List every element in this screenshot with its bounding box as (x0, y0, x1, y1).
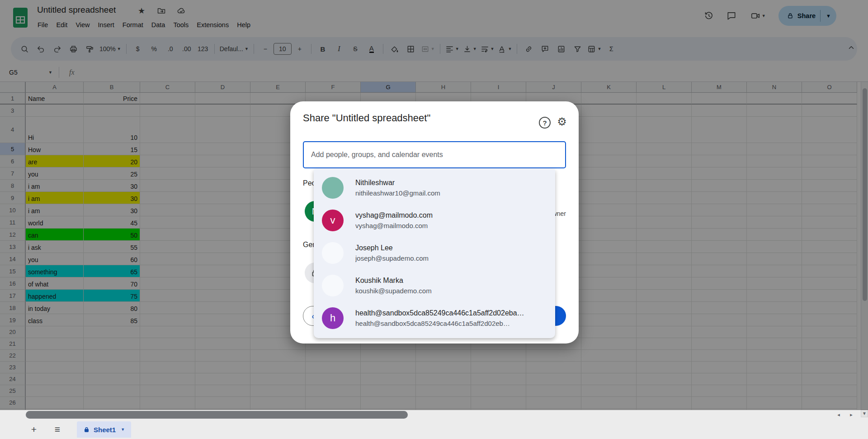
horizontal-scrollbar-thumb[interactable] (26, 411, 408, 419)
all-sheets-icon[interactable]: ≡ (50, 422, 65, 437)
suggestion-name: Koushik Marka (355, 275, 432, 286)
suggestion-item[interactable]: Nithileshwarnithileashwar10@gmail.com (314, 172, 555, 204)
scroll-right-icon[interactable]: ▸ (845, 411, 857, 419)
scroll-left-icon[interactable]: ◂ (833, 411, 844, 419)
suggestion-avatar (322, 242, 344, 264)
suggestion-avatar (322, 177, 344, 199)
suggestion-avatar (322, 275, 344, 296)
suggestion-name: Nithileshwar (355, 177, 440, 188)
suggestion-email: health@sandbox5dca85249ca446c1a5aff2d02e… (355, 319, 524, 329)
people-suggestions-dropdown: Nithileshwarnithileashwar10@gmail.comvvy… (314, 169, 555, 338)
sheet-tab-caret-icon[interactable]: ▼ (121, 427, 125, 432)
sheet-tab-bar: + ≡ Sheet1 ▼ (0, 420, 868, 439)
suggestion-name: vyshag@mailmodo.com (355, 210, 433, 221)
suggestion-email: nithileashwar10@gmail.com (355, 188, 440, 198)
sheet-lock-icon (83, 426, 90, 433)
sheet-tab-label: Sheet1 (94, 426, 116, 434)
vertical-scroll-down-icon[interactable]: ▼ (861, 410, 868, 417)
suggestion-item[interactable]: Koushik Markakoushik@supademo.com (314, 269, 555, 302)
dialog-title: Share "Untitled spreadsheet" (303, 112, 430, 124)
settings-gear-icon[interactable]: ⚙ (554, 114, 570, 129)
suggestion-email: koushik@supademo.com (355, 286, 432, 296)
suggestion-email: vyshag@mailmodo.com (355, 221, 433, 231)
suggestion-name: Joseph Lee (355, 243, 429, 253)
suggestion-avatar: h (322, 307, 344, 329)
suggestion-name: health@sandbox5dca85249ca446c1a5aff2d02e… (355, 308, 524, 319)
add-people-input[interactable] (303, 141, 566, 168)
sheet-tab[interactable]: Sheet1 ▼ (77, 421, 131, 438)
suggestion-item[interactable]: Joseph Leejoseph@supademo.com (314, 237, 555, 269)
help-icon[interactable]: ? (539, 117, 551, 129)
suggestion-avatar: v (322, 210, 344, 231)
suggestion-item[interactable]: vvyshag@mailmodo.comvyshag@mailmodo.com (314, 204, 555, 237)
suggestion-item[interactable]: hhealth@sandbox5dca85249ca446c1a5aff2d02… (314, 302, 555, 334)
add-sheet-icon[interactable]: + (26, 422, 42, 437)
share-dialog: Share "Untitled spreadsheet" ? ⚙ People … (290, 101, 579, 344)
suggestion-email: joseph@supademo.com (355, 253, 429, 263)
